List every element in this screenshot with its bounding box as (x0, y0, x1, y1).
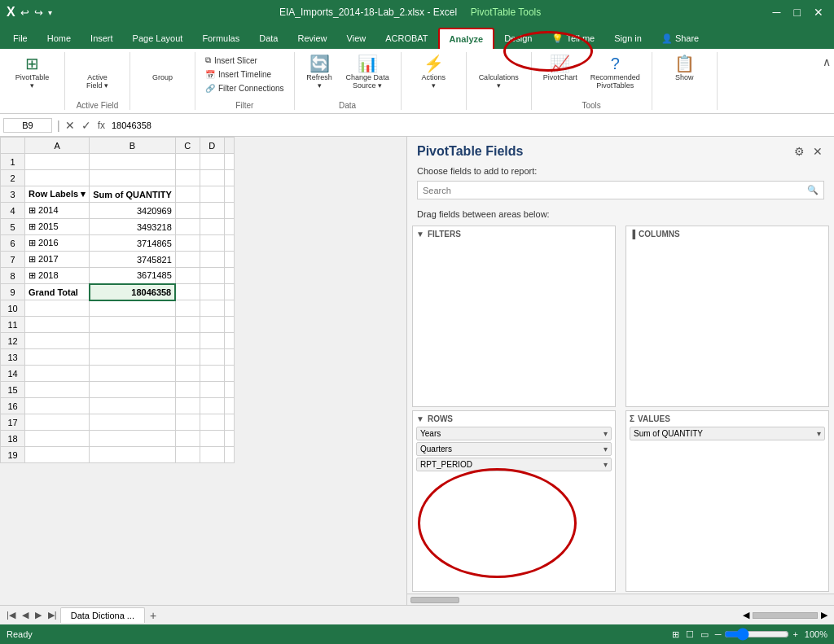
row-num-16[interactable]: 16 (1, 398, 25, 414)
cell-a14[interactable] (25, 366, 90, 382)
cell-reference[interactable]: B9 (3, 118, 52, 133)
cell-c18[interactable] (175, 431, 200, 447)
view-break-icon[interactable]: ▭ (700, 629, 709, 640)
cell-d8[interactable] (200, 268, 224, 284)
row-num-9[interactable]: 9 (1, 284, 25, 300)
cell-d13[interactable] (200, 349, 224, 366)
maximize-btn[interactable]: □ (790, 6, 805, 19)
pivot-search-input[interactable] (418, 182, 802, 199)
cell-b18[interactable] (90, 431, 176, 447)
filter-connections-btn[interactable]: 🔗 Filter Connections (202, 82, 288, 94)
insert-function-btn[interactable]: fx (98, 120, 105, 131)
cell-a17[interactable] (25, 414, 90, 431)
minimize-btn[interactable]: ─ (769, 6, 785, 19)
confirm-formula-btn[interactable]: ✓ (81, 119, 91, 132)
insert-timeline-btn[interactable]: 📅 Insert Timeline (202, 68, 288, 81)
quick-access-dropdown[interactable]: ▾ (48, 8, 52, 17)
tab-insert[interactable]: Insert (81, 28, 123, 49)
sumquantity-dropdown-icon[interactable]: ▾ (817, 429, 821, 438)
cell-c1[interactable] (175, 154, 200, 170)
cell-d15[interactable] (200, 382, 224, 398)
cell-d5[interactable] (200, 219, 224, 235)
cell-c6[interactable] (175, 235, 200, 252)
row-num-6[interactable]: 6 (1, 235, 25, 252)
row-num-17[interactable]: 17 (1, 414, 25, 431)
insert-slicer-btn[interactable]: ⧉ Insert Slicer (202, 54, 288, 67)
cell-b17[interactable] (90, 414, 176, 431)
cell-a19[interactable] (25, 447, 90, 463)
row-num-10[interactable]: 10 (1, 300, 25, 317)
cell-b19[interactable] (90, 447, 176, 463)
cell-a4[interactable]: ⊞ 2014 (25, 203, 90, 219)
col-header-a[interactable]: A (25, 138, 90, 154)
activefield-btn[interactable]: ⊡ ActiveField ▾ (81, 54, 114, 91)
cell-c3[interactable] (175, 186, 200, 203)
tab-share[interactable]: 👤 Share (652, 28, 709, 49)
cell-c2[interactable] (175, 170, 200, 186)
cell-c19[interactable] (175, 447, 200, 463)
rows-field-quarters[interactable]: Quarters ▾ (416, 442, 612, 456)
cell-d14[interactable] (200, 366, 224, 382)
cell-d3[interactable] (200, 186, 224, 203)
cell-a15[interactable] (25, 382, 90, 398)
years-dropdown-icon[interactable]: ▾ (604, 429, 608, 438)
cell-d2[interactable] (200, 170, 224, 186)
sheet-nav-prev[interactable]: ◀ (19, 610, 32, 620)
row-num-18[interactable]: 18 (1, 431, 25, 447)
cell-c12[interactable] (175, 333, 200, 349)
cancel-formula-btn[interactable]: ✕ (65, 119, 75, 132)
cell-a5[interactable]: ⊞ 2015 (25, 219, 90, 235)
cell-a3[interactable]: Row Labels ▾ (25, 186, 90, 203)
row-num-5[interactable]: 5 (1, 219, 25, 235)
cell-c15[interactable] (175, 382, 200, 398)
cell-a18[interactable] (25, 431, 90, 447)
sheet-horizontal-scroll[interactable]: ◀ ▶ (161, 610, 831, 620)
cell-c5[interactable] (175, 219, 200, 235)
tab-review[interactable]: Review (288, 28, 336, 49)
rptperiod-dropdown-icon[interactable]: ▾ (604, 460, 608, 469)
row-num-4[interactable]: 4 (1, 203, 25, 219)
pivot-scroll-thumb[interactable] (410, 597, 459, 603)
cell-b1[interactable] (90, 154, 176, 170)
tab-tellme[interactable]: 💡Tell me (542, 28, 604, 49)
cell-b13[interactable] (90, 349, 176, 366)
formula-input[interactable]: 18046358 (108, 119, 831, 132)
tab-design[interactable]: Design (494, 28, 542, 49)
cell-b16[interactable] (90, 398, 176, 414)
cell-a16[interactable] (25, 398, 90, 414)
change-datasource-btn[interactable]: 📊 Change DataSource ▾ (341, 54, 394, 91)
hscroll-thumb[interactable] (753, 612, 818, 619)
sheet-nav-last[interactable]: ▶| (45, 610, 60, 620)
cell-d1[interactable] (200, 154, 224, 170)
zoom-minus-btn[interactable]: ─ (715, 629, 722, 639)
view-normal-icon[interactable]: ⊞ (672, 629, 679, 640)
values-field-sumquantity[interactable]: Sum of QUANTITY ▾ (630, 427, 825, 440)
rows-field-years[interactable]: Years ▾ (416, 427, 612, 440)
cell-b15[interactable] (90, 382, 176, 398)
pivottable-btn[interactable]: ⊞ PivotTable▾ (11, 54, 55, 91)
refresh-btn[interactable]: 🔄 Refresh▾ (301, 54, 338, 91)
row-num-19[interactable]: 19 (1, 447, 25, 463)
pivot-close-icon[interactable]: ✕ (811, 143, 824, 160)
cell-a1[interactable] (25, 154, 90, 170)
cell-a7[interactable]: ⊞ 2017 (25, 252, 90, 268)
cell-d19[interactable] (200, 447, 224, 463)
cell-a6[interactable]: ⊞ 2016 (25, 235, 90, 252)
actions-btn[interactable]: ⚡ Actions▾ (416, 54, 450, 91)
row-num-15[interactable]: 15 (1, 382, 25, 398)
cell-a8[interactable]: ⊞ 2018 (25, 268, 90, 284)
cell-c11[interactable] (175, 317, 200, 333)
calculations-btn[interactable]: fx Calculations▾ (474, 54, 524, 91)
cell-c17[interactable] (175, 414, 200, 431)
row-num-7[interactable]: 7 (1, 252, 25, 268)
sheet-tab-data-dictionary[interactable]: Data Dictiona ... (60, 607, 145, 623)
tab-data[interactable]: Data (249, 28, 288, 49)
cell-b14[interactable] (90, 366, 176, 382)
quick-access-undo[interactable]: ↩ (20, 7, 29, 19)
cell-d16[interactable] (200, 398, 224, 414)
quick-access-redo[interactable]: ↪ (34, 7, 43, 19)
cell-b4[interactable]: 3420969 (90, 203, 176, 219)
tab-home[interactable]: Home (37, 28, 81, 49)
collapse-ribbon[interactable]: ∧ (819, 52, 834, 110)
cell-a2[interactable] (25, 170, 90, 186)
